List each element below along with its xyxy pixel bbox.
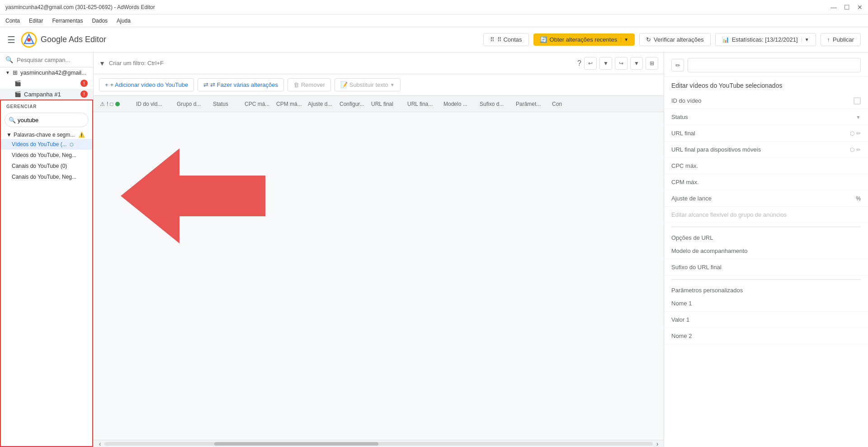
sidebar-search-input[interactable] [17, 57, 93, 63]
field-label-url-mobile: URL final para dispositivos móveis [671, 146, 761, 153]
right-panel-search-input[interactable] [688, 58, 861, 72]
table-body [94, 112, 664, 440]
field-valor1: Valor 1 [664, 312, 868, 328]
warning-col-icon: ⚠ [100, 101, 105, 107]
table-header: ⚠ ! □ ID do vid... Grupo d... Status CPC… [94, 96, 664, 112]
field-label-valor1: Valor 1 [671, 316, 689, 323]
edit-url-mobile-icon[interactable]: ✏ [856, 147, 861, 153]
menu-dados[interactable]: Dados [92, 18, 108, 24]
dropdown-arrow-icon[interactable]: ▼ [390, 82, 395, 87]
redo-dropdown-button[interactable]: ▼ [630, 57, 643, 70]
chevron-down-icon: ▼ [5, 70, 10, 75]
field-status: Status ▼ [664, 109, 868, 125]
maximize-button[interactable]: ☐ [844, 4, 850, 11]
refresh-icon: 🔄 [540, 36, 547, 43]
sidebar-campaign-group[interactable]: 🎬 ! [0, 78, 93, 89]
field-label-nome1: Nome 1 [671, 300, 692, 307]
menu-editar[interactable]: Editar [29, 18, 43, 24]
bottom-scrollbar[interactable]: ‹ › [94, 440, 664, 447]
publicar-button[interactable]: ↑ Publicar [821, 33, 861, 46]
campaign-error-badge: ! [80, 90, 88, 98]
col-modelo[interactable]: Modelo ... [441, 101, 477, 107]
undo-dropdown-button[interactable]: ▼ [599, 57, 612, 70]
scroll-left-button[interactable]: ‹ [95, 439, 104, 447]
field-label-sufixo: Sufixo do URL final [671, 264, 722, 271]
columns-button[interactable]: ⊞ [646, 57, 658, 70]
filter-bar: ▼ ? ↩ ▼ ↪ ▼ ⊞ [94, 52, 664, 74]
trash-icon: 🗑 [293, 81, 299, 88]
right-panel-header: ✏ [664, 52, 868, 76]
col-config[interactable]: Configur... [337, 101, 368, 107]
hamburger-icon[interactable]: ☰ [7, 34, 15, 45]
col-cpc[interactable]: CPC má... [242, 101, 274, 107]
status-col-icon [115, 102, 120, 106]
chart-icon: 📊 [722, 36, 729, 43]
section-url-options: Opções de URL [664, 231, 868, 243]
col-url-final2[interactable]: URL fina... [405, 101, 441, 107]
manage-search-input[interactable] [18, 117, 94, 124]
field-value-status[interactable]: ▼ [856, 114, 861, 120]
nav-item-youtube-videos-neg[interactable]: Vídeos do YouTube, Neg... [1, 150, 92, 161]
col-id-video[interactable]: ID do vid... [133, 101, 174, 107]
external-link-icon[interactable]: ⬡ [850, 130, 854, 137]
external-link-icon[interactable]: ⬡ [70, 142, 74, 147]
field-label-alcance: Editar alcance flexível do grupo de anún… [671, 211, 787, 218]
close-button[interactable]: ✕ [857, 4, 863, 11]
sidebar-campaign-item[interactable]: 🎬 Campanha #1 ! [0, 89, 93, 100]
col-status[interactable]: Status [210, 101, 242, 107]
scroll-right-button[interactable]: › [653, 439, 662, 447]
filter-input[interactable] [109, 60, 574, 67]
edit-icon-button[interactable]: ✏ [671, 59, 684, 71]
menu-ferramentas[interactable]: Ferramentas [52, 18, 83, 24]
scroll-track[interactable] [104, 442, 653, 446]
window-controls[interactable]: — ☐ ✕ [830, 4, 863, 11]
col-ajuste[interactable]: Ajuste d... [305, 101, 337, 107]
dropdown-icon[interactable]: ▼ [856, 114, 861, 120]
help-icon[interactable]: ? [577, 59, 581, 67]
window-title: yasmincunha42@gmail.com (301-625-0692) -… [5, 4, 155, 10]
field-modelo: Modelo de acompanhamento [664, 243, 868, 259]
minimize-button[interactable]: — [830, 4, 837, 11]
add-youtube-video-button[interactable]: + + Adicionar vídeo do YouTube [99, 78, 194, 91]
nav-group-keywords: ▼ Palavras-chave e segm... ⚠️ [1, 129, 92, 139]
col-grupo[interactable]: Grupo d... [174, 101, 210, 107]
col-param[interactable]: Parâmet... [513, 101, 549, 107]
campaign-label: Campanha #1 [24, 91, 61, 98]
nav-item-youtube-canais-neg[interactable]: Canais do YouTube, Neg... [1, 171, 92, 182]
chevron-down-icon[interactable]: ▼ [802, 37, 809, 42]
redo-button[interactable]: ↪ [615, 57, 627, 70]
replace-button[interactable]: 📝 Substituir texto ▼ [335, 78, 401, 91]
contas-button[interactable]: ⠿ ⠿ Contas [483, 33, 529, 46]
col-con[interactable]: Con [549, 101, 576, 107]
col-url-final[interactable]: URL final [368, 101, 405, 107]
chevron-down-icon[interactable]: ▼ [621, 37, 628, 42]
edit-url-icon[interactable]: ✏ [856, 130, 861, 137]
field-label-status: Status [671, 114, 688, 120]
id-video-checkbox[interactable] [854, 97, 861, 105]
search-icon: 🔍 [9, 117, 16, 124]
obter-button[interactable]: 🔄 Obter alterações recentes ▼ [533, 33, 635, 46]
remove-button[interactable]: 🗑 Remover [288, 78, 331, 91]
action-bar: + + Adicionar vídeo do YouTube ⇄ ⇄ Fazer… [94, 74, 664, 96]
search-icon: 🔍 [5, 56, 13, 63]
undo-button[interactable]: ↩ [584, 57, 597, 70]
account-label: yasmincunha42@gmail... [20, 69, 86, 76]
nav-item-youtube-videos[interactable]: Vídeos do YouTube (... ⬡ [1, 139, 92, 150]
video-icon: 🎬 [14, 91, 21, 97]
error-badge: ! [80, 80, 88, 87]
sidebar-account-item[interactable]: ▼ ⊞ yasmincunha42@gmail... [0, 67, 93, 78]
menu-conta[interactable]: Conta [5, 18, 20, 24]
field-value-id [854, 97, 861, 105]
field-url-mobile: URL final para dispositivos móveis ⬡ ✏ [664, 142, 868, 158]
col-cpm[interactable]: CPM má... [274, 101, 305, 107]
check-icon: ↻ [646, 36, 651, 43]
bulk-changes-button[interactable]: ⇄ ⇄ Fazer várias alterações [198, 78, 284, 91]
verificar-button[interactable]: ↻ Verificar alterações [639, 33, 711, 46]
menu-ajuda[interactable]: Ajuda [117, 18, 131, 24]
col-sufixo[interactable]: Sufixo d... [477, 101, 513, 107]
nav-item-youtube-canais[interactable]: Canais do YouTube (0) [1, 161, 92, 171]
external-link-icon[interactable]: ⬡ [850, 147, 854, 153]
section-custom-params: Parâmetros personalizados [664, 283, 868, 295]
field-cpc: CPC máx. [664, 158, 868, 174]
estatisticas-button[interactable]: 📊 Estatísticas: [13/12/2021] ▼ [715, 33, 816, 46]
